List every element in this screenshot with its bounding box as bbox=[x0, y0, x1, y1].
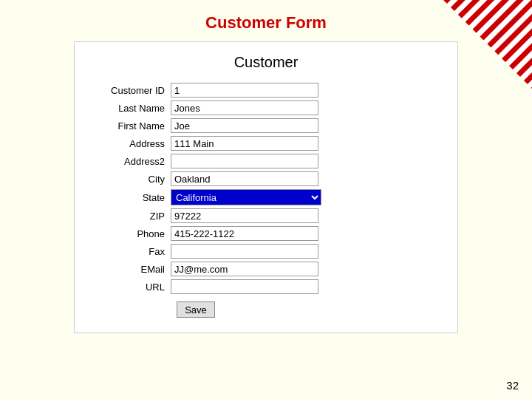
form-row-zip: ZIP bbox=[89, 208, 443, 223]
label-first-name: First Name bbox=[89, 120, 171, 132]
input-phone[interactable] bbox=[171, 226, 318, 241]
label-customer-id: Customer ID bbox=[89, 85, 171, 96]
form-row-fax: Fax bbox=[89, 244, 443, 259]
input-first-name[interactable] bbox=[171, 118, 318, 133]
label-url: URL bbox=[89, 282, 171, 293]
input-last-name[interactable] bbox=[171, 100, 318, 115]
save-btn-row: Save bbox=[89, 301, 443, 318]
input-email[interactable] bbox=[171, 262, 318, 276]
label-fax: Fax bbox=[89, 246, 171, 257]
form-row-state: StateAlabamaAlaskaArizonaArkansasCalifor… bbox=[89, 189, 443, 205]
form-row-url: URL bbox=[89, 279, 443, 294]
form-row-customer-id: Customer ID bbox=[89, 83, 443, 98]
input-address2[interactable] bbox=[171, 154, 318, 168]
form-row-phone: Phone bbox=[89, 226, 443, 241]
form-container: Customer Customer IDLast NameFirst NameA… bbox=[74, 41, 458, 333]
label-zip: ZIP bbox=[89, 211, 171, 222]
form-row-email: EMail bbox=[89, 262, 443, 276]
input-address[interactable] bbox=[171, 136, 318, 151]
form-row-last-name: Last Name bbox=[89, 100, 443, 115]
label-address: Address bbox=[89, 138, 171, 149]
input-fax[interactable] bbox=[171, 244, 318, 259]
input-city[interactable] bbox=[171, 171, 318, 186]
form-header: Customer bbox=[89, 54, 443, 71]
label-address2: Address2 bbox=[89, 156, 171, 167]
page-title: Customer Form bbox=[0, 0, 532, 41]
input-url[interactable] bbox=[171, 279, 318, 294]
label-city: City bbox=[89, 174, 171, 185]
label-email: EMail bbox=[89, 264, 171, 275]
save-button[interactable]: Save bbox=[177, 301, 215, 318]
form-row-city: City bbox=[89, 171, 443, 186]
form-rows: Customer IDLast NameFirst NameAddressAdd… bbox=[89, 83, 443, 294]
input-state[interactable]: AlabamaAlaskaArizonaArkansasCaliforniaCo… bbox=[171, 189, 321, 205]
form-row-first-name: First Name bbox=[89, 118, 443, 133]
form-row-address: Address bbox=[89, 136, 443, 151]
page-number: 32 bbox=[506, 379, 519, 392]
label-state: State bbox=[89, 192, 171, 203]
label-last-name: Last Name bbox=[89, 103, 171, 114]
input-zip[interactable] bbox=[171, 208, 318, 223]
input-customer-id[interactable] bbox=[171, 83, 318, 98]
form-row-address2: Address2 bbox=[89, 154, 443, 168]
label-phone: Phone bbox=[89, 228, 171, 239]
